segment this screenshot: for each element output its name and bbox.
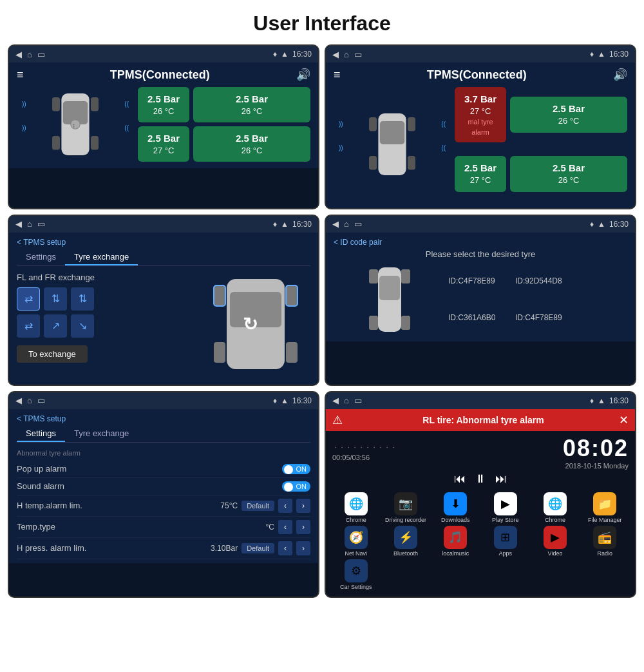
recents-icon-1[interactable]: ▭ <box>37 50 45 59</box>
exc-icon-diag2[interactable]: ↘ <box>71 314 94 338</box>
app-chrome-2[interactable]: 🌐 Chrome <box>531 492 578 523</box>
hpress-default-btn[interactable]: Default <box>242 543 274 553</box>
exc-icon-fr-rr[interactable]: ⇅ <box>71 287 94 311</box>
hpress-right-btn[interactable]: › <box>296 541 310 555</box>
tab-settings-3[interactable]: Settings <box>17 249 65 265</box>
home-icon-2[interactable]: ⌂ <box>344 50 349 59</box>
location-icon-4: ♦ <box>590 220 594 229</box>
popup-alarm-toggle[interactable]: ON <box>282 464 310 474</box>
app-driving-recorder[interactable]: 📷 Driving recorder <box>382 492 429 523</box>
exc-icon-diag1[interactable]: ↗ <box>44 314 67 338</box>
back-icon-3[interactable]: ◀ <box>15 219 22 229</box>
back-icon-1[interactable]: ◀ <box>15 50 22 59</box>
back-icon-6[interactable]: ◀ <box>332 396 339 405</box>
hpress-left-btn[interactable]: ‹ <box>278 541 292 555</box>
app-car-settings[interactable]: ⚙ Car Settings <box>332 559 379 590</box>
home-icon-6[interactable]: ⌂ <box>344 396 349 405</box>
home-icon-1[interactable]: ⌂ <box>27 50 32 59</box>
app-play-store[interactable]: ▶ Play Store <box>482 492 529 523</box>
wifi-icon-5: ▲ <box>281 396 289 405</box>
back-label-3[interactable]: < TPMS setup <box>17 238 310 247</box>
recents-icon-6[interactable]: ▭ <box>354 396 362 405</box>
recents-icon-2[interactable]: ▭ <box>354 50 362 59</box>
close-alarm-icon[interactable]: ✕ <box>619 413 629 427</box>
svg-rect-15 <box>286 285 298 306</box>
htemp-default-btn[interactable]: Default <box>242 501 274 511</box>
exc-icon-fl-fr[interactable]: ⇄ <box>17 287 40 311</box>
car-settings-label: Car Settings <box>340 584 372 590</box>
app-downloads[interactable]: ⬇ Downloads <box>432 492 479 523</box>
back-label-4[interactable]: < ID code pair <box>334 238 627 247</box>
back-icon-2[interactable]: ◀ <box>332 50 339 59</box>
tpms-content-2: 3.7 Bar 27 °C mal tyre alarm )) (( <box>334 87 627 202</box>
app-file-manager[interactable]: 📁 File Manager <box>582 492 629 523</box>
menu-icon-2[interactable]: ≡ <box>334 68 341 82</box>
tire-fr-1: 2.5 Bar 26 °C <box>193 87 310 122</box>
time-4: 16:30 <box>609 220 629 229</box>
tire-rl-1: 2.5 Bar 27 °C <box>138 126 189 162</box>
id-rl[interactable]: ID:C361A6B0 <box>448 311 513 325</box>
htemp-right-btn[interactable]: › <box>296 499 310 513</box>
back-icon-5[interactable]: ◀ <box>15 396 22 405</box>
speaker-icon-2[interactable]: 🔊 <box>613 68 627 82</box>
hpress-label: H press. alarm lim. <box>17 543 86 553</box>
localmusic-icon: 🎵 <box>444 526 467 549</box>
tab-settings-5[interactable]: Settings <box>17 426 65 442</box>
htemp-left-btn[interactable]: ‹ <box>278 499 292 513</box>
app-net-navi[interactable]: 🧭 Net Navi <box>332 526 379 557</box>
id-fl[interactable]: ID:C4F78E89 <box>448 274 513 288</box>
speaker-icon-1[interactable]: 🔊 <box>296 68 310 82</box>
chrome-label: Chrome <box>346 517 366 523</box>
car-center-2: )) (( )) (( <box>334 109 451 180</box>
app-chrome[interactable]: 🌐 Chrome <box>332 492 379 523</box>
prev-track-btn[interactable]: ⏮ <box>454 472 466 486</box>
app-video[interactable]: ▶ Video <box>531 526 578 557</box>
svg-text:↻: ↻ <box>243 314 258 334</box>
screen-id-code-pair: ◀ ⌂ ▭ ♦ ▲ 16:30 < ID code pair Please se… <box>325 215 636 386</box>
menu-icon-1[interactable]: ≡ <box>17 68 24 82</box>
location-icon-6: ♦ <box>590 396 594 405</box>
time-2: 16:30 <box>609 50 629 59</box>
tire-fr-2: 2.5 Bar 26 °C <box>510 97 627 132</box>
tpms-content-1: 2.5 Bar 26 °C ↕ )) <box>17 87 310 162</box>
exc-icon-fl-rl[interactable]: ⇅ <box>44 287 67 311</box>
home-icon-3[interactable]: ⌂ <box>27 219 32 229</box>
back-icon-4[interactable]: ◀ <box>332 219 339 229</box>
tire-fl-1: 2.5 Bar 26 °C <box>138 87 189 122</box>
downloads-icon: ⬇ <box>444 492 467 515</box>
temptype-right-btn[interactable]: › <box>296 520 310 534</box>
screen-tyre-exchange: ◀ ⌂ ▭ ♦ ▲ 16:30 < TPMS setup Settings Ty… <box>8 215 319 386</box>
home-icon-5[interactable]: ⌂ <box>27 396 32 405</box>
status-bar-1: ◀ ⌂ ▭ ♦ ▲ 16:30 <box>9 46 318 62</box>
app-bluetooth[interactable]: ⚡ Bluetooth <box>382 526 429 557</box>
apps-icon: ⊞ <box>494 526 517 549</box>
temptype-left-btn[interactable]: ‹ <box>278 520 292 534</box>
home-icon-4[interactable]: ⌂ <box>344 219 349 229</box>
id-fr[interactable]: ID:92D544D8 <box>515 274 627 288</box>
app-radio[interactable]: 📻 Radio <box>582 526 629 557</box>
exc-icon-rl-rr[interactable]: ⇄ <box>17 314 40 338</box>
tab-tyre-exchange-3[interactable]: Tyre exchange <box>65 249 138 265</box>
play-pause-btn[interactable]: ⏸ <box>475 472 486 486</box>
recents-icon-5[interactable]: ▭ <box>37 396 45 405</box>
temptype-right: °C ‹ › <box>266 520 310 534</box>
settings-row-htemp: H temp.alarm lim. 75°C Default ‹ › <box>17 495 310 517</box>
to-exchange-button[interactable]: To exchange <box>17 345 88 363</box>
file-manager-label: File Manager <box>588 517 622 523</box>
htemp-label: H temp.alarm lim. <box>17 501 82 510</box>
id-rr[interactable]: ID:C4F78E89 <box>515 311 627 325</box>
tab-tyre-exchange-5[interactable]: Tyre exchange <box>65 426 138 442</box>
htemp-value: 75°C <box>220 501 238 510</box>
popup-alarm-right: ON <box>282 464 310 474</box>
svg-rect-26 <box>401 316 410 330</box>
temptype-value: °C <box>266 523 274 532</box>
app-localmusic[interactable]: 🎵 localmusic <box>432 526 479 557</box>
sound-alarm-toggle[interactable]: ON <box>282 481 310 492</box>
screen-alarm-clock: ◀ ⌂ ▭ ♦ ▲ 16:30 ⚠ RL tire: Abnormal tyre… <box>325 391 636 598</box>
wifi-icon-1: ▲ <box>281 50 289 59</box>
recents-icon-3[interactable]: ▭ <box>37 219 45 229</box>
recents-icon-4[interactable]: ▭ <box>354 219 362 229</box>
next-track-btn[interactable]: ⏭ <box>495 472 507 486</box>
back-label-5[interactable]: < TPMS setup <box>17 414 310 423</box>
app-apps[interactable]: ⊞ Apps <box>482 526 529 557</box>
